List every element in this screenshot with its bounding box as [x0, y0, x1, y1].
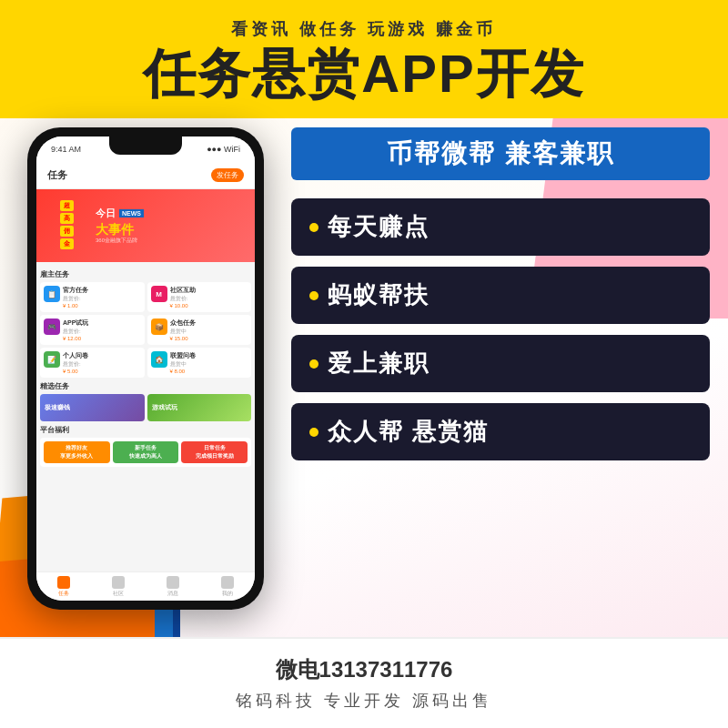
right-content: 币帮微帮 兼客兼职 每天赚点 蚂蚁帮扶 爱上兼职 众人帮 悬赏猫	[291, 127, 710, 460]
task-info-2: 社区互助 悬赏价: ¥ 10.00	[170, 286, 248, 308]
phone-news-banner: 超 高 佣 金 今日 NEWS 大事件 360金融旗下品牌	[36, 189, 255, 262]
phone-screen: 9:41 AM ●●● WiFi 任务 发任务 超 高 佣 金	[36, 136, 255, 601]
featured-item-2[interactable]: 游戏试玩	[147, 394, 252, 421]
task-info-4: 众包任务 悬赏中 ¥ 15.00	[170, 318, 248, 341]
task-icon-3: 🎮	[44, 318, 60, 335]
feature-text-3: 爱上兼职	[328, 348, 430, 379]
blue-header-box: 币帮微帮 兼客兼职	[291, 127, 710, 180]
bullet-1	[309, 223, 318, 232]
tab-icon-message	[167, 576, 179, 589]
news-main-title: 大事件	[96, 222, 249, 238]
task-icon-5: 📝	[44, 351, 60, 368]
platform-btn-2[interactable]: 新手任务快速成为高人	[113, 441, 179, 463]
feature-text-2: 蚂蚁帮扶	[328, 279, 430, 311]
phone-notch	[109, 136, 182, 155]
feature-item-3: 爱上兼职	[291, 335, 710, 392]
task-icon-6: 🏠	[151, 351, 167, 368]
bullet-4	[309, 428, 318, 437]
phone-nav-bar: 任务 发任务	[36, 162, 255, 189]
bullet-2	[309, 291, 318, 300]
featured-item-1[interactable]: 极速赚钱	[40, 394, 145, 421]
tab-item-task[interactable]: 任务	[57, 576, 70, 598]
news-tag2: 高	[60, 213, 74, 224]
phone-signal: ●●● WiFi	[207, 145, 240, 154]
task-info-3: APP试玩 悬赏价: ¥ 12.00	[63, 318, 141, 341]
task-icon-4: 📦	[151, 318, 167, 335]
task-icon-1: 📋	[44, 286, 60, 302]
task-info-1: 官方任务 悬赏价: ¥ 1.00	[63, 286, 141, 308]
tab-icon-profile	[221, 576, 234, 589]
news-left: 超 高 佣 金	[42, 200, 92, 251]
platform-grid: 推荐好友享更多外收入 新手任务快速成为高人 日常任务完成领日常奖励	[44, 441, 248, 463]
phone-nav-action[interactable]: 发任务	[211, 168, 244, 182]
top-banner: 看资讯 做任务 玩游戏 赚金币 任务悬赏APP开发	[0, 0, 728, 118]
task-item-2[interactable]: M 社区互助 悬赏价: ¥ 10.00	[147, 282, 252, 312]
main-container: 看资讯 做任务 玩游戏 赚金币 任务悬赏APP开发 9:41 AM ●●● Wi…	[0, 0, 728, 728]
platform-section-title: 平台福利	[40, 425, 251, 435]
featured-section: 极速赚钱 游戏试玩	[40, 394, 251, 421]
task-item-5[interactable]: 📝 个人问卷 悬赏价: ¥ 5.00	[40, 348, 145, 378]
feature-item-4: 众人帮 悬赏猫	[291, 403, 710, 460]
feature-item-2: 蚂蚁帮扶	[291, 267, 710, 324]
top-subtitle: 看资讯 做任务 玩游戏 赚金币	[231, 18, 496, 40]
phone-body: 雇主任务 📋 官方任务 悬赏价: ¥ 1.00	[36, 262, 255, 571]
task-icon-2: M	[151, 286, 167, 302]
task-item-6[interactable]: 🏠 联盟问卷 悬赏中 ¥ 8.00	[147, 348, 252, 378]
tab-item-community[interactable]: 社区	[112, 576, 125, 598]
tab-item-message[interactable]: 消息	[167, 576, 179, 598]
featured-section-title: 精选任务	[40, 381, 251, 391]
task-grid: 📋 官方任务 悬赏价: ¥ 1.00 M	[40, 282, 251, 378]
feature-list: 每天赚点 蚂蚁帮扶 爱上兼职 众人帮 悬赏猫	[291, 198, 710, 460]
phone-mockup: 9:41 AM ●●● WiFi 任务 发任务 超 高 佣 金	[27, 127, 264, 610]
top-title: 任务悬赏APP开发	[143, 47, 584, 100]
news-tag4: 金	[60, 238, 74, 249]
task-item-1[interactable]: 📋 官方任务 悬赏价: ¥ 1.00	[40, 282, 145, 312]
task-item-4[interactable]: 📦 众包任务 悬赏中 ¥ 15.00	[147, 315, 252, 345]
feature-text-4: 众人帮 悬赏猫	[328, 416, 489, 448]
bottom-info: 铭码科技 专业开发 源码出售	[236, 690, 492, 712]
tab-icon-community	[112, 576, 125, 589]
platform-section: 推荐好友享更多外收入 新手任务快速成为高人 日常任务完成领日常奖励	[40, 438, 251, 467]
news-tag3: 佣	[60, 226, 74, 237]
bullet-3	[309, 359, 318, 369]
news-right: 今日 NEWS 大事件 360金融旗下品牌	[96, 207, 249, 246]
phone-time: 9:41 AM	[51, 145, 81, 154]
feature-text-1: 每天赚点	[328, 211, 430, 243]
platform-btn-1[interactable]: 推荐好友享更多外收入	[44, 441, 110, 463]
tab-icon-task	[57, 576, 70, 589]
phone-nav-title: 任务	[47, 168, 67, 182]
phone-tab-bar: 任务 社区 消息 我的	[36, 571, 255, 601]
news-sub: 360金融旗下品牌	[96, 237, 249, 245]
bottom-section: 微电13137311776 铭码科技 专业开发 源码出售	[0, 637, 728, 728]
employer-section-title: 雇主任务	[40, 269, 251, 279]
tab-item-profile[interactable]: 我的	[221, 576, 234, 598]
news-tag: 超	[60, 200, 74, 211]
task-info-5: 个人问卷 悬赏价: ¥ 5.00	[63, 351, 141, 374]
bottom-phone: 微电13137311776	[276, 655, 453, 684]
task-item-3[interactable]: 🎮 APP试玩 悬赏价: ¥ 12.00	[40, 315, 145, 345]
feature-item-1: 每天赚点	[291, 198, 710, 256]
task-info-6: 联盟问卷 悬赏中 ¥ 8.00	[170, 351, 248, 374]
platform-btn-3[interactable]: 日常任务完成领日常奖励	[181, 441, 248, 463]
